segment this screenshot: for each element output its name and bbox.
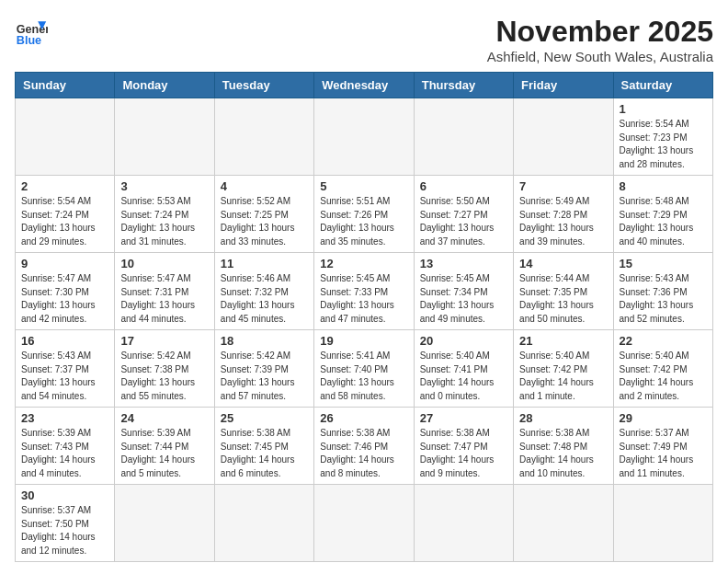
calendar-cell: 23Sunrise: 5:39 AM Sunset: 7:43 PM Dayli…	[16, 408, 115, 485]
day-info: Sunrise: 5:38 AM Sunset: 7:45 PM Dayligh…	[221, 427, 308, 480]
day-number: 10	[120, 257, 208, 270]
calendar-week-4: 16Sunrise: 5:43 AM Sunset: 7:37 PM Dayli…	[16, 330, 713, 408]
day-number: 14	[519, 257, 607, 270]
day-info: Sunrise: 5:46 AM Sunset: 7:32 PM Dayligh…	[221, 272, 308, 326]
weekday-header-wednesday: Wednesday	[314, 73, 414, 98]
calendar-table: SundayMondayTuesdayWednesdayThursdayFrid…	[15, 72, 713, 562]
calendar-cell: 9Sunrise: 5:47 AM Sunset: 7:30 PM Daylig…	[16, 253, 115, 330]
day-number: 25	[221, 411, 308, 425]
calendar-cell: 3Sunrise: 5:53 AM Sunset: 7:24 PM Daylig…	[115, 176, 214, 253]
calendar-cell: 30Sunrise: 5:37 AM Sunset: 7:50 PM Dayli…	[16, 485, 115, 562]
calendar-cell	[314, 98, 414, 176]
calendar-week-5: 23Sunrise: 5:39 AM Sunset: 7:43 PM Dayli…	[16, 408, 713, 485]
weekday-header-thursday: Thursday	[414, 73, 513, 98]
calendar-cell: 14Sunrise: 5:44 AM Sunset: 7:35 PM Dayli…	[514, 253, 613, 330]
day-number: 21	[519, 334, 607, 348]
day-number: 5	[320, 179, 407, 193]
day-info: Sunrise: 5:43 AM Sunset: 7:36 PM Dayligh…	[620, 272, 707, 326]
calendar-cell: 10Sunrise: 5:47 AM Sunset: 7:31 PM Dayli…	[115, 253, 214, 330]
day-number: 15	[620, 257, 707, 270]
calendar-cell: 17Sunrise: 5:42 AM Sunset: 7:38 PM Dayli…	[115, 330, 214, 408]
day-info: Sunrise: 5:54 AM Sunset: 7:23 PM Dayligh…	[620, 118, 707, 171]
day-number: 12	[320, 257, 407, 270]
day-number: 20	[420, 334, 507, 348]
calendar-cell: 4Sunrise: 5:52 AM Sunset: 7:25 PM Daylig…	[214, 176, 313, 253]
calendar-cell: 27Sunrise: 5:38 AM Sunset: 7:47 PM Dayli…	[414, 408, 513, 485]
day-info: Sunrise: 5:45 AM Sunset: 7:34 PM Dayligh…	[420, 272, 507, 326]
day-number: 16	[21, 334, 108, 348]
calendar-cell	[115, 98, 214, 176]
calendar-header-row: SundayMondayTuesdayWednesdayThursdayFrid…	[16, 73, 713, 98]
day-info: Sunrise: 5:52 AM Sunset: 7:25 PM Dayligh…	[221, 195, 308, 248]
calendar-cell: 26Sunrise: 5:38 AM Sunset: 7:46 PM Dayli…	[314, 408, 414, 485]
calendar-cell: 16Sunrise: 5:43 AM Sunset: 7:37 PM Dayli…	[16, 330, 115, 408]
calendar-cell: 25Sunrise: 5:38 AM Sunset: 7:45 PM Dayli…	[214, 408, 313, 485]
day-number: 3	[120, 179, 208, 193]
day-number: 22	[620, 334, 707, 348]
day-info: Sunrise: 5:51 AM Sunset: 7:26 PM Dayligh…	[320, 195, 407, 248]
calendar-cell: 8Sunrise: 5:48 AM Sunset: 7:29 PM Daylig…	[613, 176, 712, 253]
calendar-week-1: 1Sunrise: 5:54 AM Sunset: 7:23 PM Daylig…	[16, 98, 713, 176]
logo-icon: General Blue	[15, 15, 48, 48]
calendar-cell: 29Sunrise: 5:37 AM Sunset: 7:49 PM Dayli…	[613, 408, 712, 485]
day-number: 28	[519, 411, 607, 425]
day-info: Sunrise: 5:40 AM Sunset: 7:41 PM Dayligh…	[420, 350, 507, 403]
weekday-header-tuesday: Tuesday	[214, 73, 313, 98]
calendar-week-2: 2Sunrise: 5:54 AM Sunset: 7:24 PM Daylig…	[16, 176, 713, 253]
day-info: Sunrise: 5:45 AM Sunset: 7:33 PM Dayligh…	[320, 272, 407, 326]
day-number: 6	[420, 179, 507, 193]
day-number: 24	[120, 411, 208, 425]
calendar-cell: 7Sunrise: 5:49 AM Sunset: 7:28 PM Daylig…	[514, 176, 613, 253]
day-number: 1	[620, 102, 707, 116]
calendar-cell: 12Sunrise: 5:45 AM Sunset: 7:33 PM Dayli…	[314, 253, 414, 330]
day-info: Sunrise: 5:38 AM Sunset: 7:46 PM Dayligh…	[320, 427, 407, 480]
day-number: 2	[21, 179, 108, 193]
day-number: 8	[620, 179, 707, 193]
calendar-cell: 28Sunrise: 5:38 AM Sunset: 7:48 PM Dayli…	[514, 408, 613, 485]
day-number: 9	[21, 257, 108, 270]
location-title: Ashfield, New South Wales, Australia	[487, 49, 713, 64]
day-info: Sunrise: 5:37 AM Sunset: 7:49 PM Dayligh…	[620, 427, 707, 480]
logo: General Blue	[15, 15, 48, 48]
calendar-cell: 18Sunrise: 5:42 AM Sunset: 7:39 PM Dayli…	[214, 330, 313, 408]
calendar-cell	[214, 485, 313, 562]
day-number: 4	[221, 179, 308, 193]
day-info: Sunrise: 5:48 AM Sunset: 7:29 PM Dayligh…	[620, 195, 707, 248]
day-info: Sunrise: 5:40 AM Sunset: 7:42 PM Dayligh…	[519, 350, 607, 403]
month-title: November 2025	[487, 15, 713, 49]
day-info: Sunrise: 5:44 AM Sunset: 7:35 PM Dayligh…	[519, 272, 607, 326]
calendar-cell: 19Sunrise: 5:41 AM Sunset: 7:40 PM Dayli…	[314, 330, 414, 408]
svg-text:Blue: Blue	[17, 34, 41, 47]
calendar-cell: 2Sunrise: 5:54 AM Sunset: 7:24 PM Daylig…	[16, 176, 115, 253]
calendar-week-3: 9Sunrise: 5:47 AM Sunset: 7:30 PM Daylig…	[16, 253, 713, 330]
calendar-cell	[16, 98, 115, 176]
day-info: Sunrise: 5:37 AM Sunset: 7:50 PM Dayligh…	[21, 504, 108, 557]
day-number: 11	[221, 257, 308, 270]
calendar-cell: 11Sunrise: 5:46 AM Sunset: 7:32 PM Dayli…	[214, 253, 313, 330]
weekday-header-monday: Monday	[115, 73, 214, 98]
weekday-header-sunday: Sunday	[16, 73, 115, 98]
day-number: 30	[21, 488, 108, 502]
day-number: 19	[320, 334, 407, 348]
calendar-cell	[414, 485, 513, 562]
day-number: 18	[221, 334, 308, 348]
calendar-cell	[214, 98, 313, 176]
day-info: Sunrise: 5:39 AM Sunset: 7:43 PM Dayligh…	[21, 427, 108, 480]
calendar-cell	[613, 485, 712, 562]
calendar-cell: 22Sunrise: 5:40 AM Sunset: 7:42 PM Dayli…	[613, 330, 712, 408]
day-info: Sunrise: 5:40 AM Sunset: 7:42 PM Dayligh…	[620, 350, 707, 403]
calendar-cell: 6Sunrise: 5:50 AM Sunset: 7:27 PM Daylig…	[414, 176, 513, 253]
day-info: Sunrise: 5:39 AM Sunset: 7:44 PM Dayligh…	[120, 427, 208, 480]
day-info: Sunrise: 5:38 AM Sunset: 7:48 PM Dayligh…	[519, 427, 607, 480]
calendar-cell	[514, 98, 613, 176]
day-number: 7	[519, 179, 607, 193]
weekday-header-saturday: Saturday	[613, 73, 712, 98]
calendar-cell: 13Sunrise: 5:45 AM Sunset: 7:34 PM Dayli…	[414, 253, 513, 330]
day-number: 29	[620, 411, 707, 425]
day-number: 27	[420, 411, 507, 425]
day-info: Sunrise: 5:49 AM Sunset: 7:28 PM Dayligh…	[519, 195, 607, 248]
calendar-cell: 20Sunrise: 5:40 AM Sunset: 7:41 PM Dayli…	[414, 330, 513, 408]
calendar-week-6: 30Sunrise: 5:37 AM Sunset: 7:50 PM Dayli…	[16, 485, 713, 562]
day-number: 26	[320, 411, 407, 425]
day-info: Sunrise: 5:41 AM Sunset: 7:40 PM Dayligh…	[320, 350, 407, 403]
